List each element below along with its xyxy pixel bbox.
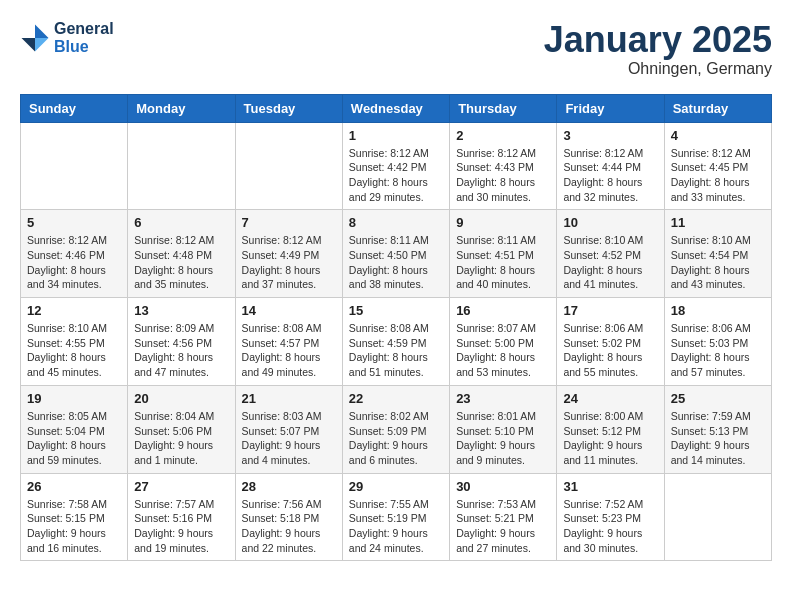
location-subtitle: Ohningen, Germany [544,60,772,78]
calendar-cell: 13Sunrise: 8:09 AM Sunset: 4:56 PM Dayli… [128,298,235,386]
day-info: Sunrise: 8:10 AM Sunset: 4:52 PM Dayligh… [563,233,657,292]
day-number: 20 [134,391,228,406]
day-number: 7 [242,215,336,230]
calendar-week-4: 19Sunrise: 8:05 AM Sunset: 5:04 PM Dayli… [21,385,772,473]
weekday-header-tuesday: Tuesday [235,94,342,122]
day-info: Sunrise: 8:08 AM Sunset: 4:59 PM Dayligh… [349,321,443,380]
calendar-cell: 2Sunrise: 8:12 AM Sunset: 4:43 PM Daylig… [450,122,557,210]
calendar-header-row: SundayMondayTuesdayWednesdayThursdayFrid… [21,94,772,122]
calendar-week-5: 26Sunrise: 7:58 AM Sunset: 5:15 PM Dayli… [21,473,772,561]
logo-text: General Blue [54,20,114,56]
day-number: 29 [349,479,443,494]
calendar-cell: 19Sunrise: 8:05 AM Sunset: 5:04 PM Dayli… [21,385,128,473]
day-number: 25 [671,391,765,406]
day-info: Sunrise: 7:56 AM Sunset: 5:18 PM Dayligh… [242,497,336,556]
calendar-cell: 22Sunrise: 8:02 AM Sunset: 5:09 PM Dayli… [342,385,449,473]
svg-marker-0 [35,25,49,39]
day-info: Sunrise: 7:59 AM Sunset: 5:13 PM Dayligh… [671,409,765,468]
weekday-header-friday: Friday [557,94,664,122]
calendar-cell [21,122,128,210]
day-number: 14 [242,303,336,318]
calendar-cell: 30Sunrise: 7:53 AM Sunset: 5:21 PM Dayli… [450,473,557,561]
calendar-table: SundayMondayTuesdayWednesdayThursdayFrid… [20,94,772,562]
day-info: Sunrise: 8:00 AM Sunset: 5:12 PM Dayligh… [563,409,657,468]
calendar-cell: 31Sunrise: 7:52 AM Sunset: 5:23 PM Dayli… [557,473,664,561]
day-info: Sunrise: 7:57 AM Sunset: 5:16 PM Dayligh… [134,497,228,556]
day-info: Sunrise: 8:04 AM Sunset: 5:06 PM Dayligh… [134,409,228,468]
calendar-cell: 4Sunrise: 8:12 AM Sunset: 4:45 PM Daylig… [664,122,771,210]
calendar-week-2: 5Sunrise: 8:12 AM Sunset: 4:46 PM Daylig… [21,210,772,298]
calendar-week-1: 1Sunrise: 8:12 AM Sunset: 4:42 PM Daylig… [21,122,772,210]
calendar-cell [664,473,771,561]
day-number: 19 [27,391,121,406]
day-number: 23 [456,391,550,406]
weekday-header-monday: Monday [128,94,235,122]
calendar-cell: 26Sunrise: 7:58 AM Sunset: 5:15 PM Dayli… [21,473,128,561]
day-number: 3 [563,128,657,143]
day-number: 18 [671,303,765,318]
day-number: 2 [456,128,550,143]
weekday-header-sunday: Sunday [21,94,128,122]
calendar-cell: 29Sunrise: 7:55 AM Sunset: 5:19 PM Dayli… [342,473,449,561]
day-number: 24 [563,391,657,406]
day-info: Sunrise: 8:07 AM Sunset: 5:00 PM Dayligh… [456,321,550,380]
day-info: Sunrise: 8:10 AM Sunset: 4:55 PM Dayligh… [27,321,121,380]
day-info: Sunrise: 8:10 AM Sunset: 4:54 PM Dayligh… [671,233,765,292]
svg-marker-1 [35,38,49,52]
day-info: Sunrise: 8:08 AM Sunset: 4:57 PM Dayligh… [242,321,336,380]
calendar-cell: 17Sunrise: 8:06 AM Sunset: 5:02 PM Dayli… [557,298,664,386]
month-title: January 2025 [544,20,772,60]
day-number: 16 [456,303,550,318]
day-number: 17 [563,303,657,318]
day-info: Sunrise: 8:11 AM Sunset: 4:50 PM Dayligh… [349,233,443,292]
calendar-cell [235,122,342,210]
calendar-cell: 14Sunrise: 8:08 AM Sunset: 4:57 PM Dayli… [235,298,342,386]
calendar-cell: 12Sunrise: 8:10 AM Sunset: 4:55 PM Dayli… [21,298,128,386]
day-info: Sunrise: 8:06 AM Sunset: 5:03 PM Dayligh… [671,321,765,380]
day-info: Sunrise: 8:12 AM Sunset: 4:43 PM Dayligh… [456,146,550,205]
day-info: Sunrise: 7:55 AM Sunset: 5:19 PM Dayligh… [349,497,443,556]
logo: General Blue [20,20,114,56]
day-number: 13 [134,303,228,318]
calendar-cell: 6Sunrise: 8:12 AM Sunset: 4:48 PM Daylig… [128,210,235,298]
calendar-cell: 25Sunrise: 7:59 AM Sunset: 5:13 PM Dayli… [664,385,771,473]
day-info: Sunrise: 8:03 AM Sunset: 5:07 PM Dayligh… [242,409,336,468]
calendar-cell [128,122,235,210]
calendar-cell: 23Sunrise: 8:01 AM Sunset: 5:10 PM Dayli… [450,385,557,473]
day-number: 27 [134,479,228,494]
page-header: General Blue January 2025 Ohningen, Germ… [20,20,772,78]
day-info: Sunrise: 7:53 AM Sunset: 5:21 PM Dayligh… [456,497,550,556]
day-info: Sunrise: 8:09 AM Sunset: 4:56 PM Dayligh… [134,321,228,380]
day-number: 15 [349,303,443,318]
calendar-cell: 27Sunrise: 7:57 AM Sunset: 5:16 PM Dayli… [128,473,235,561]
title-section: January 2025 Ohningen, Germany [544,20,772,78]
calendar-cell: 3Sunrise: 8:12 AM Sunset: 4:44 PM Daylig… [557,122,664,210]
day-number: 26 [27,479,121,494]
day-info: Sunrise: 8:12 AM Sunset: 4:44 PM Dayligh… [563,146,657,205]
calendar-cell: 16Sunrise: 8:07 AM Sunset: 5:00 PM Dayli… [450,298,557,386]
weekday-header-saturday: Saturday [664,94,771,122]
day-info: Sunrise: 8:01 AM Sunset: 5:10 PM Dayligh… [456,409,550,468]
logo-icon [20,23,50,53]
day-number: 4 [671,128,765,143]
day-info: Sunrise: 8:05 AM Sunset: 5:04 PM Dayligh… [27,409,121,468]
day-info: Sunrise: 8:06 AM Sunset: 5:02 PM Dayligh… [563,321,657,380]
day-number: 30 [456,479,550,494]
weekday-header-thursday: Thursday [450,94,557,122]
calendar-cell: 7Sunrise: 8:12 AM Sunset: 4:49 PM Daylig… [235,210,342,298]
day-info: Sunrise: 7:58 AM Sunset: 5:15 PM Dayligh… [27,497,121,556]
calendar-cell: 21Sunrise: 8:03 AM Sunset: 5:07 PM Dayli… [235,385,342,473]
calendar-cell: 1Sunrise: 8:12 AM Sunset: 4:42 PM Daylig… [342,122,449,210]
calendar-cell: 28Sunrise: 7:56 AM Sunset: 5:18 PM Dayli… [235,473,342,561]
svg-marker-2 [22,38,36,52]
day-number: 8 [349,215,443,230]
day-number: 21 [242,391,336,406]
calendar-cell: 5Sunrise: 8:12 AM Sunset: 4:46 PM Daylig… [21,210,128,298]
day-number: 6 [134,215,228,230]
day-number: 28 [242,479,336,494]
day-number: 10 [563,215,657,230]
calendar-cell: 8Sunrise: 8:11 AM Sunset: 4:50 PM Daylig… [342,210,449,298]
day-number: 22 [349,391,443,406]
day-info: Sunrise: 8:11 AM Sunset: 4:51 PM Dayligh… [456,233,550,292]
calendar-cell: 11Sunrise: 8:10 AM Sunset: 4:54 PM Dayli… [664,210,771,298]
